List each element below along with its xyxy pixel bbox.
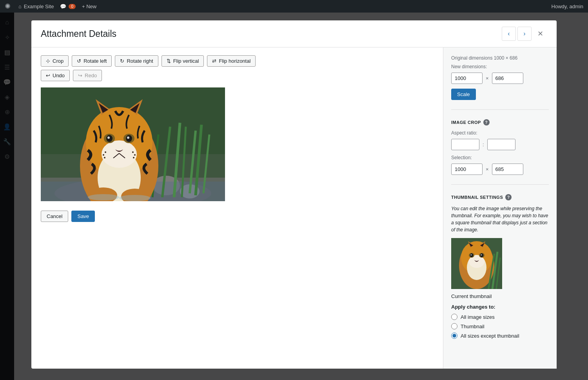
modal-body: ⊹ Crop ↺ Rotate left ↻ Rotate right ⇅ xyxy=(31,47,557,369)
chevron-right-icon: › xyxy=(523,30,525,37)
apply-changes-label: Apply changes to: xyxy=(451,304,549,310)
modal-overlay: Attachment Details ‹ › ✕ xyxy=(0,13,588,380)
dimensions-row: × xyxy=(451,73,549,84)
aspect-ratio-row: : xyxy=(451,139,549,150)
admin-bar-greeting: Howdy, admin xyxy=(552,4,583,9)
new-dimensions-label: New dimensions: xyxy=(451,64,549,69)
modal-title: Attachment Details xyxy=(41,29,116,39)
toolbar-row-1: ⊹ Crop ↺ Rotate left ↻ Rotate right ⇅ xyxy=(41,55,434,67)
undo-label: Undo xyxy=(53,73,65,78)
svg-point-33 xyxy=(133,157,134,158)
svg-point-32 xyxy=(134,154,136,156)
svg-point-31 xyxy=(132,151,134,153)
image-canvas xyxy=(41,87,225,201)
scale-section: Original dimensions 1000 × 686 New dimen… xyxy=(451,55,549,110)
undo-button[interactable]: ↩ Undo xyxy=(41,70,70,81)
selection-width-input[interactable] xyxy=(451,164,483,175)
flip-horizontal-button[interactable]: ⇄ Flip horizontal xyxy=(207,55,256,67)
selection-separator: × xyxy=(486,166,489,172)
radio-all-sizes-input[interactable] xyxy=(451,314,457,320)
admin-bar-new[interactable]: + New xyxy=(82,4,96,9)
redo-label: Redo xyxy=(85,73,97,78)
width-input[interactable] xyxy=(451,73,483,84)
radio-thumbnail-label: Thumbnail xyxy=(461,324,485,329)
rotate-left-button[interactable]: ↺ Rotate left xyxy=(72,55,112,67)
rotate-right-label: Rotate right xyxy=(127,58,153,64)
save-button[interactable]: Save xyxy=(71,211,95,222)
chevron-left-icon: ‹ xyxy=(508,30,510,37)
new-label: + New xyxy=(82,4,96,9)
radio-all-except-thumbnail-input[interactable] xyxy=(451,333,457,339)
crop-icon: ⊹ xyxy=(46,58,50,64)
svg-point-29 xyxy=(103,154,104,156)
prev-attachment-button[interactable]: ‹ xyxy=(502,27,516,41)
image-crop-title-text: IMAGE CROP xyxy=(451,120,481,125)
rotate-left-label: Rotate left xyxy=(83,58,107,64)
original-dimensions-label: Original dimensions 1000 × 686 xyxy=(451,55,549,61)
undo-icon: ↩ xyxy=(46,73,50,78)
comments-icon: 💬 xyxy=(60,4,66,9)
svg-point-40 xyxy=(88,194,119,200)
close-icon: ✕ xyxy=(537,29,543,38)
toolbar-rows: ⊹ Crop ↺ Rotate left ↻ Rotate right ⇅ xyxy=(41,55,434,81)
radio-all-sizes[interactable]: All image sizes xyxy=(451,314,549,320)
flip-horizontal-label: Flip horizontal xyxy=(219,58,250,64)
radio-all-sizes-label: All image sizes xyxy=(461,314,495,320)
greeting-text: Howdy, admin xyxy=(552,4,583,9)
flip-horizontal-icon: ⇄ xyxy=(212,58,216,64)
aspect-separator: : xyxy=(483,142,484,147)
thumbnail-settings-help-icon[interactable]: ? xyxy=(505,194,512,200)
wp-logo-icon[interactable]: ✺ xyxy=(5,2,11,11)
svg-point-28 xyxy=(105,151,106,153)
attachment-details-modal: Attachment Details ‹ › ✕ xyxy=(31,20,557,369)
radio-all-except-thumbnail[interactable]: All sizes except thumbnail xyxy=(451,333,549,339)
current-thumbnail-label: Current thumbnail xyxy=(451,293,549,299)
flip-vertical-button[interactable]: ⇅ Flip vertical xyxy=(162,55,204,67)
height-input[interactable] xyxy=(492,73,523,84)
aspect-height-input[interactable] xyxy=(487,139,515,150)
cancel-button[interactable]: Cancel xyxy=(41,211,68,222)
modal-header: Attachment Details ‹ › ✕ xyxy=(31,20,557,47)
svg-point-52 xyxy=(481,255,482,256)
selection-height-input[interactable] xyxy=(492,164,523,175)
svg-point-19 xyxy=(102,140,137,168)
thumbnail-preview-container xyxy=(451,238,549,290)
image-crop-title: IMAGE CROP ? xyxy=(451,119,549,125)
rotate-left-icon: ↺ xyxy=(77,58,81,64)
selection-row: × xyxy=(451,164,549,175)
right-panel: Original dimensions 1000 × 686 New dimen… xyxy=(443,47,557,369)
thumbnail-settings-section: THUMBNAIL SETTINGS ? You can edit the im… xyxy=(451,194,549,351)
scale-button[interactable]: Scale xyxy=(451,89,476,100)
crop-button[interactable]: ⊹ Crop xyxy=(41,55,69,67)
toolbar-row-2: ↩ Undo ↪ Redo xyxy=(41,70,434,81)
image-crop-section: IMAGE CROP ? Aspect ratio: : Selection: … xyxy=(451,119,549,185)
action-buttons: Cancel Save xyxy=(41,211,434,222)
svg-point-30 xyxy=(104,157,105,158)
thumbnail-description: You can edit the image while preserving … xyxy=(451,205,549,233)
image-crop-help-icon[interactable]: ? xyxy=(483,119,490,125)
flip-vertical-label: Flip vertical xyxy=(173,58,199,64)
admin-bar-comments[interactable]: 💬 0 xyxy=(60,4,76,9)
admin-bar-site[interactable]: ⌂ Example Site xyxy=(18,4,54,9)
thumbnail-settings-title-text: THUMBNAIL SETTINGS xyxy=(451,195,503,200)
redo-button[interactable]: ↪ Redo xyxy=(73,70,102,81)
svg-point-24 xyxy=(107,136,110,139)
radio-thumbnail-input[interactable] xyxy=(451,323,457,329)
next-attachment-button[interactable]: › xyxy=(517,27,532,41)
svg-point-41 xyxy=(119,195,151,201)
close-modal-button[interactable]: ✕ xyxy=(533,27,547,41)
comments-count: 0 xyxy=(69,4,76,9)
radio-all-except-thumbnail-label: All sizes except thumbnail xyxy=(461,333,519,339)
aspect-ratio-label: Aspect ratio: xyxy=(451,130,549,136)
redo-icon: ↪ xyxy=(78,73,82,78)
radio-thumbnail[interactable]: Thumbnail xyxy=(451,323,549,329)
svg-point-25 xyxy=(127,136,129,139)
editor-area: ⊹ Crop ↺ Rotate left ↻ Rotate right ⇅ xyxy=(31,47,443,369)
crop-label: Crop xyxy=(53,58,64,64)
rotate-right-button[interactable]: ↻ Rotate right xyxy=(115,55,158,67)
rotate-right-icon: ↻ xyxy=(120,58,124,64)
svg-point-51 xyxy=(471,255,472,256)
modal-nav: ‹ › ✕ xyxy=(502,27,547,41)
home-icon: ⌂ xyxy=(18,4,22,9)
aspect-width-input[interactable] xyxy=(451,139,479,150)
